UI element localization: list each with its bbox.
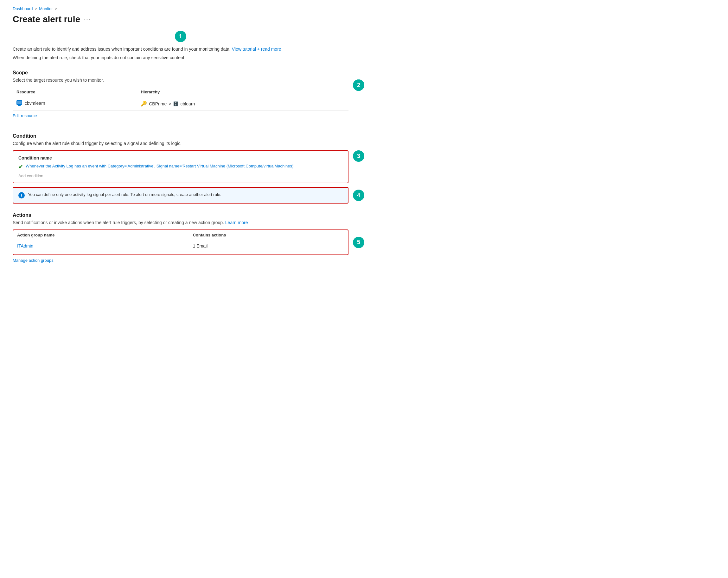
step1-badge: 1 [175,31,186,42]
description-line1: Create an alert rule to identify and add… [13,46,348,53]
scope-description: Select the target resource you wish to m… [13,78,348,83]
contains-actions-header: Contains actions [189,230,348,240]
svg-rect-1 [17,101,22,104]
svg-rect-3 [18,105,21,106]
page-title: Create alert rule [13,14,80,24]
step5-badge: 5 [353,237,364,248]
vm-icon [17,100,22,106]
breadcrumb: Dashboard > Monitor > [13,6,348,11]
info-text: You can define only one activity log sig… [28,192,222,197]
more-options-button[interactable]: ··· [84,16,90,23]
step1-badge-container: 1 [13,31,348,42]
condition-box: Condition name ✔ Whenever the Activity L… [13,150,348,183]
actions-description: Send notifications or invoke actions whe… [13,220,348,225]
condition-link[interactable]: ✔ Whenever the Activity Log has an event… [18,164,343,170]
action-table-wrapper: Action group name Contains actions ITAdm… [13,229,348,255]
hierarchy-col-header: Hierarchy [137,87,348,97]
condition-name-header: Condition name [18,156,343,161]
breadcrumb-monitor[interactable]: Monitor [39,6,53,11]
check-icon: ✔ [18,163,23,170]
condition-description: Configure when the alert rule should tri… [13,141,348,146]
action-group-link[interactable]: ITAdmin [17,243,33,248]
action-group-name-cell: ITAdmin [13,240,189,252]
condition-header: Condition [13,133,348,139]
step4-badge: 4 [353,190,364,201]
description-line2: When defining the alert rule, check that… [13,54,348,61]
actions-header: Actions [13,212,348,218]
info-box: i You can define only one activity log s… [13,187,348,203]
step3-badge: 3 [353,150,364,162]
breadcrumb-dashboard[interactable]: Dashboard [13,6,33,11]
step2-badge: 2 [353,79,364,91]
contains-actions-cell: 1 Email [189,240,348,252]
svg-rect-2 [18,105,20,105]
action-table: Action group name Contains actions ITAdm… [13,230,348,252]
action-group-row: ITAdmin 1 Email [13,240,348,252]
resource-cell: cbvmlearn [13,97,137,110]
resource-table: Resource Hierarchy cbv [13,87,348,110]
hierarchy-cell: 🔑 CBPrime > 🗄️ cblearn [137,97,348,110]
scope-section: Scope Select the target resource you wis… [13,70,348,125]
scope-header: Scope [13,70,348,76]
manage-action-groups-link[interactable]: Manage action groups [13,258,54,263]
resource-col-header: Resource [13,87,137,97]
learn-more-link[interactable]: Learn more [225,220,248,225]
add-condition[interactable]: Add condition [18,173,343,178]
page-title-row: Create alert rule ··· [13,14,348,24]
action-group-name-header: Action group name [13,230,189,240]
db-icon: 🗄️ [173,101,178,106]
resource-row: cbvmlearn 🔑 CBPrime > 🗄️ cblearn [13,97,348,110]
info-icon: i [18,192,25,198]
view-tutorial-link[interactable]: View tutorial + read more [232,47,281,52]
condition-section: Condition Configure when the alert rule … [13,133,348,203]
actions-section: Actions Send notifications or invoke act… [13,212,348,263]
key-icon: 🔑 [141,101,147,107]
edit-resource-link[interactable]: Edit resource [13,113,37,118]
